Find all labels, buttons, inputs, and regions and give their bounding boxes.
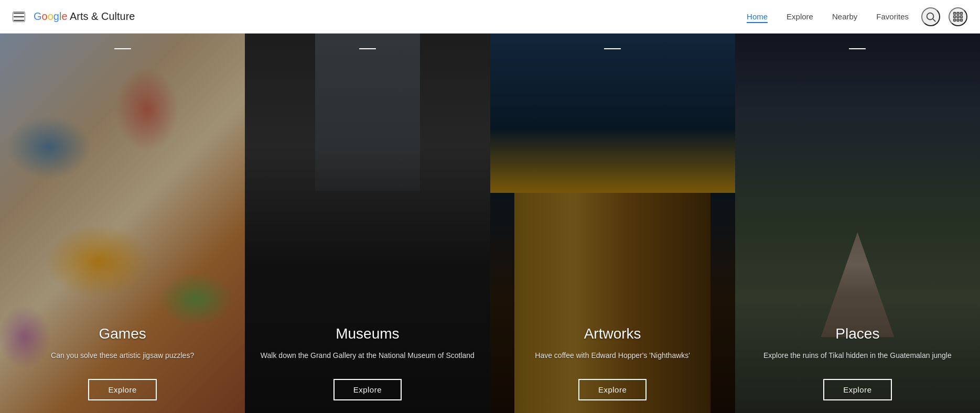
card-places-subtitle: Explore the ruins of Tikal hidden in the… xyxy=(763,351,952,361)
card-games-subtitle: Can you solve these artistic jigsaw puzz… xyxy=(51,351,194,361)
card-places-content: Places Explore the ruins of Tikal hidden… xyxy=(735,313,980,413)
svg-rect-5 xyxy=(954,16,956,18)
svg-point-0 xyxy=(927,13,934,19)
card-museums-explore-button[interactable]: Explore xyxy=(333,379,402,400)
svg-rect-8 xyxy=(954,19,956,21)
svg-rect-4 xyxy=(961,12,963,14)
logo-arts-culture: Arts & Culture xyxy=(68,10,135,23)
card-games[interactable]: Games Can you solve these artistic jigsa… xyxy=(0,34,245,413)
card-places-accent xyxy=(849,48,866,49)
apps-button[interactable] xyxy=(949,7,967,26)
card-museums-title: Museums xyxy=(336,325,399,342)
search-icon xyxy=(925,11,936,23)
card-games-accent xyxy=(114,48,131,49)
card-museums-accent xyxy=(359,48,376,49)
logo-google: Google xyxy=(34,10,68,23)
cards-grid: Games Can you solve these artistic jigsa… xyxy=(0,34,980,413)
svg-rect-10 xyxy=(961,19,963,21)
card-artworks-content: Artworks Have coffee with Edward Hopper'… xyxy=(490,313,735,413)
card-games-title: Games xyxy=(99,325,146,342)
svg-rect-2 xyxy=(954,12,956,14)
header: Google Arts & Culture Home Explore Nearb… xyxy=(0,0,980,34)
card-museums[interactable]: Museums Walk down the Grand Gallery at t… xyxy=(245,34,490,413)
card-places-title: Places xyxy=(835,325,879,342)
card-artworks-title: Artworks xyxy=(584,325,641,342)
nav-item-favorites[interactable]: Favorites xyxy=(876,10,909,23)
card-places[interactable]: Places Explore the ruins of Tikal hidden… xyxy=(735,34,980,413)
svg-rect-9 xyxy=(957,19,959,21)
card-museums-content: Museums Walk down the Grand Gallery at t… xyxy=(245,313,490,413)
card-museums-subtitle: Walk down the Grand Gallery at the Natio… xyxy=(261,351,475,361)
logo: Google Arts & Culture xyxy=(34,10,135,23)
card-artworks-accent xyxy=(604,48,621,49)
card-games-explore-button[interactable]: Explore xyxy=(88,379,156,400)
card-artworks-explore-button[interactable]: Explore xyxy=(578,379,647,400)
menu-button[interactable] xyxy=(13,12,25,22)
main-nav: Home Explore Nearby Favorites xyxy=(747,10,909,23)
svg-rect-7 xyxy=(961,16,963,18)
svg-rect-3 xyxy=(957,12,959,14)
nav-item-home[interactable]: Home xyxy=(747,10,768,23)
card-places-explore-button[interactable]: Explore xyxy=(823,379,891,400)
apps-icon xyxy=(952,11,964,23)
nav-item-explore[interactable]: Explore xyxy=(787,10,813,23)
card-artworks[interactable]: Artworks Have coffee with Edward Hopper'… xyxy=(490,34,735,413)
search-button[interactable] xyxy=(921,7,940,26)
header-icons xyxy=(921,7,967,26)
card-artworks-subtitle: Have coffee with Edward Hopper's 'Nighth… xyxy=(535,351,690,361)
svg-rect-6 xyxy=(957,16,959,18)
card-games-content: Games Can you solve these artistic jigsa… xyxy=(0,313,245,413)
svg-line-1 xyxy=(933,19,935,21)
nav-item-nearby[interactable]: Nearby xyxy=(832,10,857,23)
